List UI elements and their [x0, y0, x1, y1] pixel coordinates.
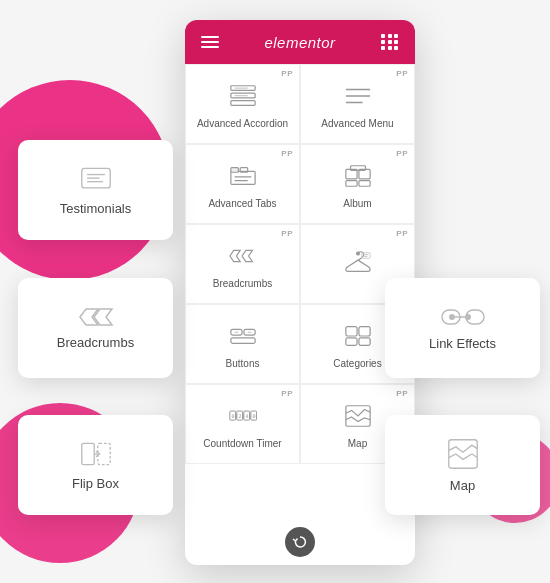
floating-card-map: Map — [385, 415, 540, 515]
svg-rect-17 — [230, 100, 254, 105]
categories-label: Categories — [333, 357, 381, 370]
countdown-label: Countdown Timer — [203, 437, 281, 450]
apps-grid-icon[interactable] — [381, 34, 399, 50]
breadcrumbs-widget-label: Breadcrumbs — [213, 277, 272, 290]
widget-grid: PP Advanced Accordion PP — [185, 64, 415, 464]
pp-badge: PP — [396, 389, 408, 398]
breadcrumbs-widget-icon — [225, 241, 261, 271]
svg-rect-30 — [345, 180, 356, 186]
widget-advanced-accordion[interactable]: PP Advanced Accordion — [185, 64, 300, 144]
menu-icon — [340, 81, 376, 111]
link-effects-label: Link Effects — [429, 336, 496, 351]
widget-album[interactable]: PP Album — [300, 144, 415, 224]
floating-card-breadcrumbs: Breadcrumbs — [18, 278, 173, 378]
album-icon — [340, 161, 376, 191]
link-effects-icon — [441, 306, 485, 328]
breadcrumbs-icon — [78, 307, 114, 327]
floating-card-flip-box: Flip Box — [18, 415, 173, 515]
svg-marker-4 — [80, 309, 98, 325]
map-widget-label: Map — [348, 437, 367, 450]
svg-point-35 — [356, 252, 359, 255]
svg-rect-46 — [345, 337, 356, 344]
svg-rect-23 — [230, 171, 254, 184]
svg-text:45: 45 — [245, 412, 251, 418]
svg-text:00: 00 — [252, 412, 257, 418]
svg-rect-47 — [358, 337, 369, 344]
pp-badge: PP — [281, 229, 293, 238]
pp-badge: PP — [396, 229, 408, 238]
flip-box-label: Flip Box — [72, 476, 119, 491]
widget-advanced-menu[interactable]: PP Advanced Menu — [300, 64, 415, 144]
map-card-label: Map — [450, 478, 475, 493]
pp-badge: PP — [281, 149, 293, 158]
svg-rect-31 — [358, 180, 369, 186]
app-logo: elementor — [264, 34, 335, 51]
svg-rect-44 — [345, 326, 356, 335]
categories-icon — [340, 321, 376, 351]
svg-rect-45 — [358, 326, 369, 335]
widget-countdown-timer[interactable]: PP 08 23 45 00 Countdown Timer — [185, 384, 300, 464]
svg-text:08: 08 — [231, 412, 237, 418]
main-panel: elementor PP Advanced Accordion — [185, 20, 415, 565]
testimonials-icon — [80, 165, 112, 193]
history-button[interactable] — [285, 527, 315, 557]
widget-advanced-tabs[interactable]: PP Advanced Tabs — [185, 144, 300, 224]
menu-label: Advanced Menu — [321, 117, 393, 130]
album-label: Album — [343, 197, 371, 210]
buttons-label: Buttons — [226, 357, 260, 370]
svg-marker-34 — [242, 250, 252, 261]
countdown-icon: 08 23 45 00 — [225, 401, 261, 431]
svg-marker-33 — [229, 250, 239, 261]
widget-buttons[interactable]: Buttons — [185, 304, 300, 384]
floating-card-testimonials: Testimonials — [18, 140, 173, 240]
tabs-label: Advanced Tabs — [208, 197, 276, 210]
map-icon — [447, 438, 479, 470]
panel-header: elementor — [185, 20, 415, 64]
flip-box-icon — [80, 440, 112, 468]
svg-rect-11 — [81, 443, 93, 464]
pp-badge: PP — [281, 69, 293, 78]
svg-point-10 — [465, 314, 471, 320]
svg-rect-24 — [230, 167, 237, 172]
floating-card-link-effects: Link Effects — [385, 278, 540, 378]
widget-breadcrumbs[interactable]: PP Breadcrumbs — [185, 224, 300, 304]
pp-badge: PP — [281, 389, 293, 398]
pp-badge: PP — [396, 149, 408, 158]
hanger-icon — [340, 247, 376, 277]
hamburger-icon[interactable] — [201, 36, 219, 48]
svg-rect-41 — [230, 337, 254, 343]
pp-badge: PP — [396, 69, 408, 78]
tabs-icon — [225, 161, 261, 191]
map-widget-icon — [340, 401, 376, 431]
svg-point-9 — [449, 314, 455, 320]
buttons-icon — [225, 321, 261, 351]
breadcrumbs-label: Breadcrumbs — [57, 335, 134, 350]
accordion-icon — [225, 81, 261, 111]
testimonials-label: Testimonials — [60, 201, 132, 216]
accordion-label: Advanced Accordion — [197, 117, 288, 130]
